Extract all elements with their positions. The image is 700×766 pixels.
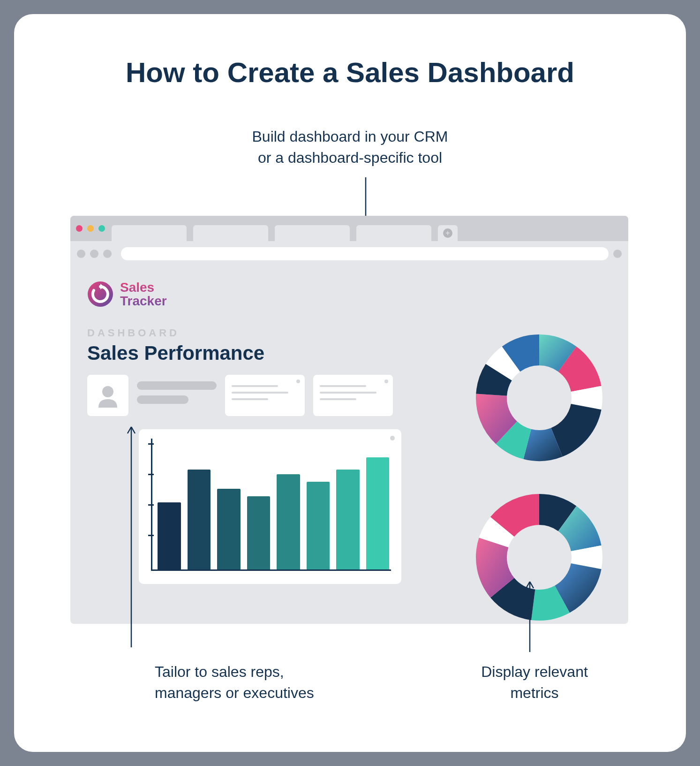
chart-bar xyxy=(247,496,271,569)
browser-tab[interactable] xyxy=(356,225,431,241)
bar-chart-card[interactable] xyxy=(139,429,401,584)
callout-top: Build dashboard in your CRM or a dashboa… xyxy=(56,126,644,168)
svg-point-2 xyxy=(511,370,567,426)
nav-refresh-icon[interactable] xyxy=(103,250,112,258)
pointer-line-bottom-left xyxy=(117,427,155,657)
nav-forward-icon[interactable] xyxy=(90,250,98,258)
chart-bar xyxy=(277,474,300,569)
callout-bottom-right: Display relevant metrics xyxy=(474,661,595,704)
avatar-card[interactable] xyxy=(87,375,128,416)
browser-tab[interactable] xyxy=(193,225,268,241)
card-menu-icon xyxy=(296,379,300,383)
chart-bar xyxy=(217,489,241,569)
app-brand: Sales Tracker xyxy=(87,281,611,308)
browser-tab[interactable] xyxy=(112,225,187,241)
chart-bar xyxy=(366,457,390,569)
placeholder-lines xyxy=(137,375,217,404)
window-max-dot xyxy=(98,225,105,232)
chart-bar xyxy=(158,502,181,569)
nav-back-icon[interactable] xyxy=(77,250,85,258)
pointer-line-bottom-right xyxy=(516,582,544,657)
address-bar[interactable] xyxy=(121,247,609,260)
new-tab-button[interactable]: + xyxy=(438,225,458,241)
browser-tabbar: + xyxy=(70,216,628,241)
placeholder-line xyxy=(137,395,188,404)
brand-logo-icon xyxy=(87,281,113,307)
window-close-dot xyxy=(76,225,83,232)
callout-bottom-left: Tailor to sales reps, managers or execut… xyxy=(155,661,314,704)
chart-x-axis xyxy=(151,569,391,571)
page-title: How to Create a Sales Dashboard xyxy=(56,56,644,89)
plus-icon: + xyxy=(443,228,452,238)
infographic-card: How to Create a Sales Dashboard Build da… xyxy=(14,14,686,752)
window-min-dot xyxy=(87,225,94,232)
chart-bar xyxy=(307,482,330,569)
chart-bar xyxy=(336,470,360,569)
chart-bar xyxy=(188,470,211,569)
browser-toolbar xyxy=(70,241,628,266)
card-menu-icon xyxy=(384,379,388,383)
placeholder-line xyxy=(137,381,217,390)
card-menu-icon xyxy=(390,436,395,440)
chart-bars xyxy=(158,447,389,569)
browser-menu-icon[interactable] xyxy=(613,250,622,258)
svg-point-1 xyxy=(102,386,113,397)
brand-name: Sales Tracker xyxy=(120,281,167,308)
stat-card[interactable] xyxy=(225,375,305,416)
browser-tab[interactable] xyxy=(275,225,350,241)
stat-card[interactable] xyxy=(313,375,393,416)
svg-point-3 xyxy=(511,529,567,585)
donut-chart-1[interactable] xyxy=(469,327,610,468)
avatar-icon xyxy=(95,382,121,409)
